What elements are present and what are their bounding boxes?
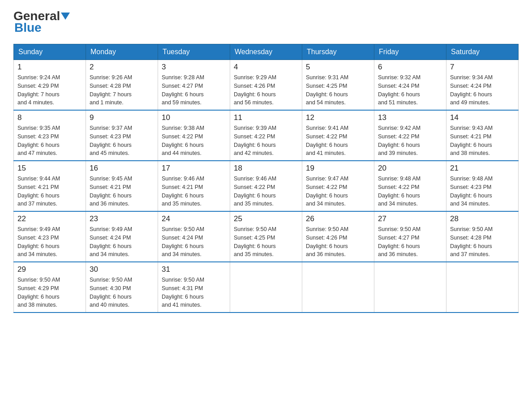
day-number: 15 bbox=[17, 164, 82, 173]
calendar-cell: 10 Sunrise: 9:38 AMSunset: 4:22 PMDaylig… bbox=[158, 110, 230, 161]
day-info: Sunrise: 9:41 AMSunset: 4:22 PMDaylight:… bbox=[306, 124, 370, 158]
calendar-cell: 17 Sunrise: 9:46 AMSunset: 4:21 PMDaylig… bbox=[158, 161, 230, 211]
calendar-cell: 16 Sunrise: 9:45 AMSunset: 4:21 PMDaylig… bbox=[86, 161, 158, 211]
calendar-cell: 15 Sunrise: 9:44 AMSunset: 4:21 PMDaylig… bbox=[14, 161, 86, 211]
day-number: 17 bbox=[162, 164, 226, 173]
calendar-cell: 27 Sunrise: 9:50 AMSunset: 4:27 PMDaylig… bbox=[374, 211, 446, 262]
calendar-cell: 19 Sunrise: 9:47 AMSunset: 4:22 PMDaylig… bbox=[302, 161, 374, 211]
day-number: 30 bbox=[90, 265, 154, 274]
day-number: 31 bbox=[162, 265, 226, 274]
calendar-cell: 4 Sunrise: 9:29 AMSunset: 4:26 PMDayligh… bbox=[230, 60, 302, 111]
header-friday: Friday bbox=[374, 44, 446, 60]
day-info: Sunrise: 9:50 AMSunset: 4:31 PMDaylight:… bbox=[162, 276, 226, 309]
week-row-2: 8 Sunrise: 9:35 AMSunset: 4:23 PMDayligh… bbox=[14, 110, 519, 161]
header-sunday: Sunday bbox=[14, 44, 86, 60]
calendar-cell: 3 Sunrise: 9:28 AMSunset: 4:27 PMDayligh… bbox=[158, 60, 230, 111]
calendar-cell: 18 Sunrise: 9:46 AMSunset: 4:22 PMDaylig… bbox=[230, 161, 302, 211]
calendar-cell: 28 Sunrise: 9:50 AMSunset: 4:28 PMDaylig… bbox=[446, 211, 519, 262]
day-number: 18 bbox=[234, 164, 298, 173]
week-row-5: 29 Sunrise: 9:50 AMSunset: 4:29 PMDaylig… bbox=[14, 262, 519, 313]
day-info: Sunrise: 9:29 AMSunset: 4:26 PMDaylight:… bbox=[234, 73, 298, 107]
calendar-cell: 24 Sunrise: 9:50 AMSunset: 4:24 PMDaylig… bbox=[158, 211, 230, 262]
day-number: 13 bbox=[378, 113, 442, 122]
day-number: 12 bbox=[306, 113, 370, 122]
day-info: Sunrise: 9:39 AMSunset: 4:22 PMDaylight:… bbox=[234, 124, 298, 158]
week-row-1: 1 Sunrise: 9:24 AMSunset: 4:29 PMDayligh… bbox=[14, 60, 519, 111]
day-info: Sunrise: 9:45 AMSunset: 4:21 PMDaylight:… bbox=[90, 175, 154, 208]
calendar-cell: 31 Sunrise: 9:50 AMSunset: 4:31 PMDaylig… bbox=[158, 262, 230, 313]
day-number: 8 bbox=[17, 113, 82, 122]
day-number: 1 bbox=[17, 63, 82, 72]
day-info: Sunrise: 9:49 AMSunset: 4:24 PMDaylight:… bbox=[90, 225, 154, 259]
calendar-cell: 14 Sunrise: 9:43 AMSunset: 4:21 PMDaylig… bbox=[446, 110, 519, 161]
day-info: Sunrise: 9:43 AMSunset: 4:21 PMDaylight:… bbox=[450, 124, 515, 158]
calendar-cell: 13 Sunrise: 9:42 AMSunset: 4:22 PMDaylig… bbox=[374, 110, 446, 161]
calendar-cell: 23 Sunrise: 9:49 AMSunset: 4:24 PMDaylig… bbox=[86, 211, 158, 262]
calendar-cell: 5 Sunrise: 9:31 AMSunset: 4:25 PMDayligh… bbox=[302, 60, 374, 111]
day-number: 2 bbox=[90, 63, 154, 72]
calendar-cell: 21 Sunrise: 9:48 AMSunset: 4:23 PMDaylig… bbox=[446, 161, 519, 211]
day-info: Sunrise: 9:50 AMSunset: 4:25 PMDaylight:… bbox=[234, 225, 298, 259]
day-info: Sunrise: 9:44 AMSunset: 4:21 PMDaylight:… bbox=[17, 175, 82, 208]
logo-triangle-icon bbox=[61, 11, 72, 21]
day-number: 26 bbox=[306, 214, 370, 223]
day-number: 20 bbox=[378, 164, 442, 173]
header-monday: Monday bbox=[86, 44, 158, 60]
day-number: 28 bbox=[450, 214, 515, 223]
day-number: 21 bbox=[450, 164, 515, 173]
page-header: General Blue bbox=[13, 9, 519, 35]
calendar-cell: 11 Sunrise: 9:39 AMSunset: 4:22 PMDaylig… bbox=[230, 110, 302, 161]
day-number: 27 bbox=[378, 214, 442, 223]
calendar-cell: 2 Sunrise: 9:26 AMSunset: 4:28 PMDayligh… bbox=[86, 60, 158, 111]
calendar-cell: 20 Sunrise: 9:48 AMSunset: 4:22 PMDaylig… bbox=[374, 161, 446, 211]
day-info: Sunrise: 9:48 AMSunset: 4:23 PMDaylight:… bbox=[450, 175, 515, 208]
week-row-3: 15 Sunrise: 9:44 AMSunset: 4:21 PMDaylig… bbox=[14, 161, 519, 211]
day-number: 4 bbox=[234, 63, 298, 72]
calendar-header-row: SundayMondayTuesdayWednesdayThursdayFrid… bbox=[14, 44, 519, 60]
day-info: Sunrise: 9:46 AMSunset: 4:21 PMDaylight:… bbox=[162, 175, 226, 208]
day-info: Sunrise: 9:50 AMSunset: 4:29 PMDaylight:… bbox=[17, 276, 82, 309]
day-info: Sunrise: 9:42 AMSunset: 4:22 PMDaylight:… bbox=[378, 124, 442, 158]
calendar-cell: 8 Sunrise: 9:35 AMSunset: 4:23 PMDayligh… bbox=[14, 110, 86, 161]
calendar-cell: 6 Sunrise: 9:32 AMSunset: 4:24 PMDayligh… bbox=[374, 60, 446, 111]
day-info: Sunrise: 9:46 AMSunset: 4:22 PMDaylight:… bbox=[234, 175, 298, 208]
day-number: 10 bbox=[162, 113, 226, 122]
calendar-cell: 1 Sunrise: 9:24 AMSunset: 4:29 PMDayligh… bbox=[14, 60, 86, 111]
calendar-cell: 29 Sunrise: 9:50 AMSunset: 4:29 PMDaylig… bbox=[14, 262, 86, 313]
day-number: 9 bbox=[90, 113, 154, 122]
calendar-cell bbox=[302, 262, 374, 313]
day-number: 22 bbox=[17, 214, 82, 223]
day-number: 23 bbox=[90, 214, 154, 223]
day-info: Sunrise: 9:50 AMSunset: 4:28 PMDaylight:… bbox=[450, 225, 515, 259]
day-info: Sunrise: 9:32 AMSunset: 4:24 PMDaylight:… bbox=[378, 73, 442, 107]
header-thursday: Thursday bbox=[302, 44, 374, 60]
day-number: 24 bbox=[162, 214, 226, 223]
day-info: Sunrise: 9:28 AMSunset: 4:27 PMDaylight:… bbox=[162, 73, 226, 107]
day-info: Sunrise: 9:48 AMSunset: 4:22 PMDaylight:… bbox=[378, 175, 442, 208]
day-number: 14 bbox=[450, 113, 515, 122]
calendar-table: SundayMondayTuesdayWednesdayThursdayFrid… bbox=[13, 44, 519, 313]
day-number: 29 bbox=[17, 265, 82, 274]
calendar-cell bbox=[230, 262, 302, 313]
day-number: 25 bbox=[234, 214, 298, 223]
week-row-4: 22 Sunrise: 9:49 AMSunset: 4:23 PMDaylig… bbox=[14, 211, 519, 262]
day-number: 7 bbox=[450, 63, 515, 72]
calendar-cell bbox=[374, 262, 446, 313]
day-number: 11 bbox=[234, 113, 298, 122]
header-saturday: Saturday bbox=[446, 44, 519, 60]
calendar-cell: 22 Sunrise: 9:49 AMSunset: 4:23 PMDaylig… bbox=[14, 211, 86, 262]
day-info: Sunrise: 9:50 AMSunset: 4:27 PMDaylight:… bbox=[378, 225, 442, 259]
logo-blue-text: Blue bbox=[14, 21, 42, 35]
day-info: Sunrise: 9:26 AMSunset: 4:28 PMDaylight:… bbox=[90, 73, 154, 107]
header-tuesday: Tuesday bbox=[158, 44, 230, 60]
calendar-cell: 9 Sunrise: 9:37 AMSunset: 4:23 PMDayligh… bbox=[86, 110, 158, 161]
day-number: 6 bbox=[378, 63, 442, 72]
day-number: 3 bbox=[162, 63, 226, 72]
day-info: Sunrise: 9:50 AMSunset: 4:24 PMDaylight:… bbox=[162, 225, 226, 259]
day-info: Sunrise: 9:37 AMSunset: 4:23 PMDaylight:… bbox=[90, 124, 154, 158]
svg-marker-0 bbox=[61, 13, 70, 20]
day-info: Sunrise: 9:34 AMSunset: 4:24 PMDaylight:… bbox=[450, 73, 515, 107]
calendar-cell: 25 Sunrise: 9:50 AMSunset: 4:25 PMDaylig… bbox=[230, 211, 302, 262]
calendar-cell: 12 Sunrise: 9:41 AMSunset: 4:22 PMDaylig… bbox=[302, 110, 374, 161]
day-info: Sunrise: 9:38 AMSunset: 4:22 PMDaylight:… bbox=[162, 124, 226, 158]
